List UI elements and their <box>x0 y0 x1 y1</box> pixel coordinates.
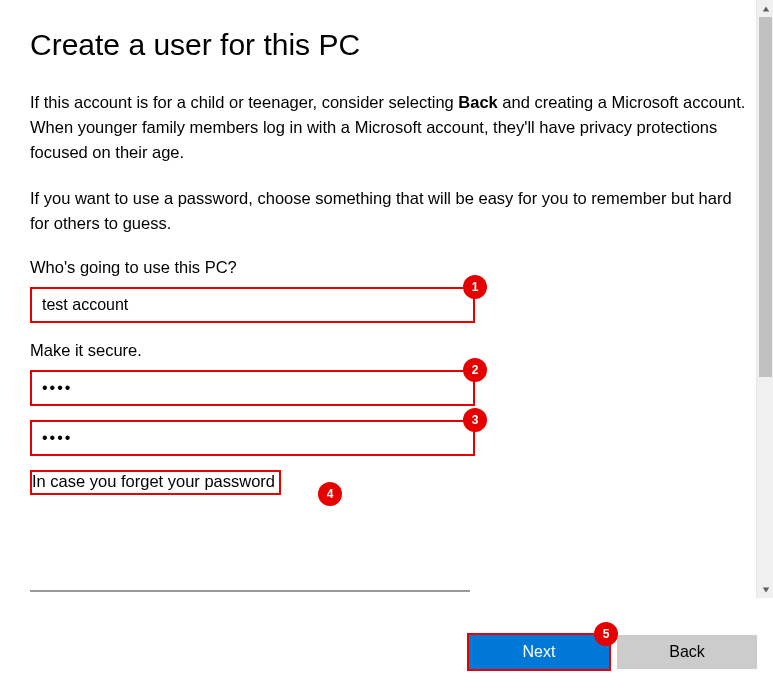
password-field-wrap: 2 <box>30 370 475 406</box>
annotation-badge-3: 3 <box>463 408 487 432</box>
security-question-field-edge <box>30 590 470 592</box>
desc-back-bold: Back <box>458 93 497 111</box>
desc-text: If this account is for a child or teenag… <box>30 93 458 111</box>
password-input[interactable] <box>30 370 475 406</box>
secure-label: Make it secure. <box>30 341 750 360</box>
annotation-badge-2: 2 <box>463 358 487 382</box>
annotation-badge-4: 4 <box>318 482 342 506</box>
annotation-badge-1: 1 <box>463 275 487 299</box>
forgot-label-wrap: In case you forget your password 4 <box>30 470 330 495</box>
back-button[interactable]: Back <box>617 635 757 669</box>
button-bar: Next 5 Back <box>469 635 757 669</box>
username-field-wrap: 1 <box>30 287 475 323</box>
scroll-down-arrow[interactable] <box>757 581 773 598</box>
main-content: Create a user for this PC If this accoun… <box>30 28 750 495</box>
scroll-thumb[interactable] <box>759 17 772 377</box>
description-paragraph-1: If this account is for a child or teenag… <box>30 90 750 164</box>
confirm-password-input[interactable] <box>30 420 475 456</box>
forgot-password-label: In case you forget your password <box>30 470 281 495</box>
next-button-wrap: Next 5 <box>469 635 609 669</box>
page-title: Create a user for this PC <box>30 28 750 62</box>
vertical-scrollbar[interactable] <box>756 0 773 598</box>
username-input[interactable] <box>30 287 475 323</box>
annotation-badge-5: 5 <box>594 622 618 646</box>
scroll-up-arrow[interactable] <box>757 0 773 17</box>
description-paragraph-2: If you want to use a password, choose so… <box>30 186 750 236</box>
next-button[interactable]: Next <box>469 635 609 669</box>
who-label: Who's going to use this PC? <box>30 258 750 277</box>
confirm-password-field-wrap: 3 <box>30 420 475 456</box>
